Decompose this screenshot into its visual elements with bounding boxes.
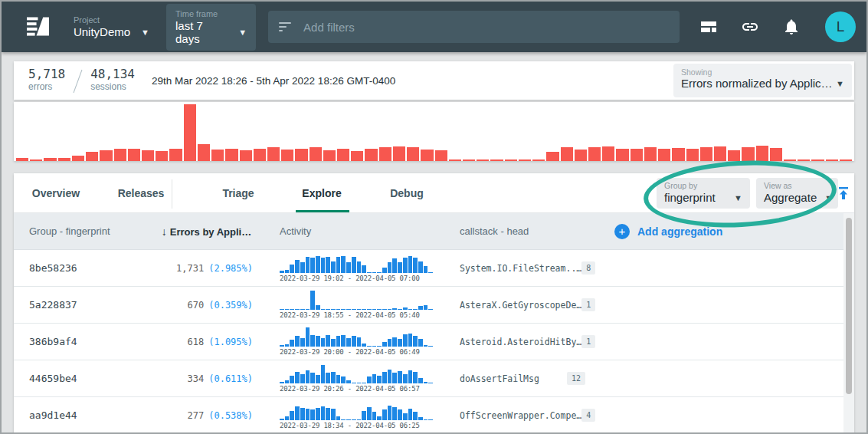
activity-sparkline <box>280 364 433 383</box>
activity-range: 2022-03-29 18:34 - 2022-04-05 06:25 <box>280 422 433 429</box>
backtrace-logo-icon[interactable] <box>27 16 49 38</box>
timeframe-value: last 7 days <box>175 19 228 45</box>
errors-count-cell: 1,731 <box>176 263 204 274</box>
chevron-down-icon: ▼ <box>836 79 844 88</box>
table-row[interactable]: aa9d1e44 277(0.538%) 2022-03-29 18:34 - … <box>14 397 854 434</box>
callstack-count-badge[interactable]: 1 <box>581 298 595 311</box>
plus-icon: + <box>614 224 630 239</box>
callstack-count-badge[interactable]: 12 <box>567 372 585 385</box>
divider <box>74 70 83 93</box>
tab-bar: Overview Releases Triage Explore Debug G… <box>14 173 854 213</box>
errors-count-cell: 277 <box>188 410 205 421</box>
timeframe-selector[interactable]: Time frame last 7 days ▼ <box>166 4 256 51</box>
project-value: UnityDemo <box>74 25 130 38</box>
callstack-count-badge[interactable]: 8 <box>581 261 595 275</box>
errors-percent-link[interactable]: (0.538%) <box>208 410 253 421</box>
callstack-count-badge[interactable]: 4 <box>581 409 595 422</box>
filters-bar[interactable] <box>268 11 680 43</box>
app-window: Project UnityDemo ▼ Time frame last 7 da… <box>0 0 868 434</box>
fingerprint-cell: 8be58236 <box>14 262 152 274</box>
vertical-scrollbar[interactable] <box>843 213 854 434</box>
view-as-selector[interactable]: View as Aggregate ▼ <box>756 178 838 209</box>
errors-percent-link[interactable]: (0.359%) <box>208 300 253 311</box>
errors-percent-link[interactable]: (1.095%) <box>208 337 253 347</box>
link-icon[interactable] <box>741 18 759 36</box>
showing-selector[interactable]: Showing Errors normalized by Applic… ▼ <box>673 64 852 97</box>
errors-count-cell: 618 <box>188 337 205 347</box>
errors-percent-link[interactable]: (0.611%) <box>208 373 253 384</box>
table-row[interactable]: 386b9af4 618(1.095%) 2022-03-29 20:00 - … <box>14 324 854 360</box>
sessions-count: 48,134 <box>90 67 135 81</box>
scrollbar-thumb[interactable] <box>846 218 852 394</box>
showing-value: Errors normalized by Applic… <box>681 77 833 90</box>
callstack-cell: System.IO.FileStream..… <box>460 263 581 274</box>
chevron-down-icon: ▼ <box>141 28 149 37</box>
date-range: 29th Mar 2022 18:26 - 5th Apr 2022 18:26… <box>152 75 395 87</box>
activity-range: 2022-03-29 18:55 - 2022-04-05 05:40 <box>280 311 433 319</box>
activity-range: 2022-03-29 20:00 - 2022-04-05 06:49 <box>280 348 433 356</box>
col-header-activity[interactable]: Activity <box>261 225 441 237</box>
fingerprint-cell: aa9d1e44 <box>14 409 152 421</box>
activity-sparkline <box>280 401 433 420</box>
activity-range: 2022-03-29 19:02 - 2022-04-05 07:00 <box>280 275 433 282</box>
callstack-cell: OffScreenWrapper.Compe… <box>460 410 581 421</box>
project-selector[interactable]: Project UnityDemo ▼ <box>74 15 149 38</box>
view-as-value: Aggregate <box>764 191 817 204</box>
errors-percent-link[interactable]: (2.985%) <box>208 263 253 274</box>
errors-count: 5,718 <box>28 67 65 81</box>
group-by-selector[interactable]: Group by fingerprint ▼ <box>657 178 750 209</box>
table-row[interactable]: 8be58236 1,731(2.985%) 2022-03-29 19:02 … <box>14 250 854 287</box>
activity-sparkline <box>280 291 433 310</box>
errors-count-cell: 334 <box>188 373 205 384</box>
error-histogram[interactable] <box>16 104 852 161</box>
table-header: Group - fingerprint ↓Errors by Appli… Ac… <box>14 213 854 250</box>
topbar: Project UnityDemo ▼ Time frame last 7 da… <box>2 2 866 52</box>
tab-explore[interactable]: Explore <box>302 173 341 213</box>
dashboard-icon[interactable] <box>699 18 718 36</box>
add-aggregation-label: Add aggregation <box>637 225 722 238</box>
col-header-fingerprint[interactable]: Group - fingerprint <box>14 225 152 237</box>
showing-label: Showing <box>681 67 844 77</box>
tab-triage[interactable]: Triage <box>222 173 254 213</box>
callstack-cell: Asteroid.AsteroidHitBy… <box>460 337 581 347</box>
divider <box>172 179 172 209</box>
callstack-cell: AsteraX.GetGyroscopeDe… <box>460 300 581 311</box>
fingerprint-cell: 44659be4 <box>14 373 152 384</box>
sessions-label: sessions <box>90 81 135 92</box>
summary-card: 5,718 errors 48,134 sessions 29th Mar 20… <box>14 61 854 100</box>
chevron-down-icon: ▼ <box>734 193 742 202</box>
view-as-label: View as <box>764 181 830 191</box>
errors-label: errors <box>28 81 65 92</box>
tab-releases[interactable]: Releases <box>118 173 165 213</box>
activity-sparkline <box>280 254 433 273</box>
table-row[interactable]: 5a228837 670(0.359%) 2022-03-29 18:55 - … <box>14 287 854 324</box>
chevron-down-icon: ▼ <box>238 28 247 37</box>
add-aggregation-button[interactable]: + Add aggregation <box>594 224 854 239</box>
filter-icon <box>279 22 291 31</box>
callstack-cell: doAssertFailMsg <box>460 373 539 384</box>
fingerprint-cell: 5a228837 <box>14 299 152 311</box>
group-by-value: fingerprint <box>664 191 716 204</box>
activity-range: 2022-03-29 20:26 - 2022-04-05 06:57 <box>280 385 433 393</box>
timeframe-label: Time frame <box>175 9 247 19</box>
tab-overview[interactable]: Overview <box>32 173 80 213</box>
explore-card: Overview Releases Triage Explore Debug G… <box>14 173 854 434</box>
col-header-errors[interactable]: ↓Errors by Appli… <box>152 225 261 238</box>
active-tab-indicator <box>296 210 349 212</box>
chevron-down-icon: ▼ <box>824 193 833 202</box>
group-by-label: Group by <box>664 181 742 191</box>
errors-count-cell: 670 <box>188 300 205 311</box>
user-avatar[interactable]: L <box>825 12 856 42</box>
error-histogram-card <box>14 102 854 161</box>
add-filters-input[interactable] <box>303 21 669 34</box>
activity-sparkline <box>280 327 433 347</box>
fingerprint-cell: 386b9af4 <box>14 336 152 347</box>
tab-debug[interactable]: Debug <box>390 173 424 213</box>
scroll-to-top-icon[interactable] <box>837 186 850 200</box>
callstack-count-badge[interactable]: 1 <box>581 335 595 348</box>
notifications-bell-icon[interactable] <box>782 18 801 36</box>
col-header-callstack[interactable]: callstack - head <box>441 225 594 237</box>
table-row[interactable]: 44659be4 334(0.611%) 2022-03-29 20:26 - … <box>14 360 854 397</box>
project-label: Project <box>74 15 149 25</box>
sort-desc-icon: ↓ <box>162 225 167 238</box>
